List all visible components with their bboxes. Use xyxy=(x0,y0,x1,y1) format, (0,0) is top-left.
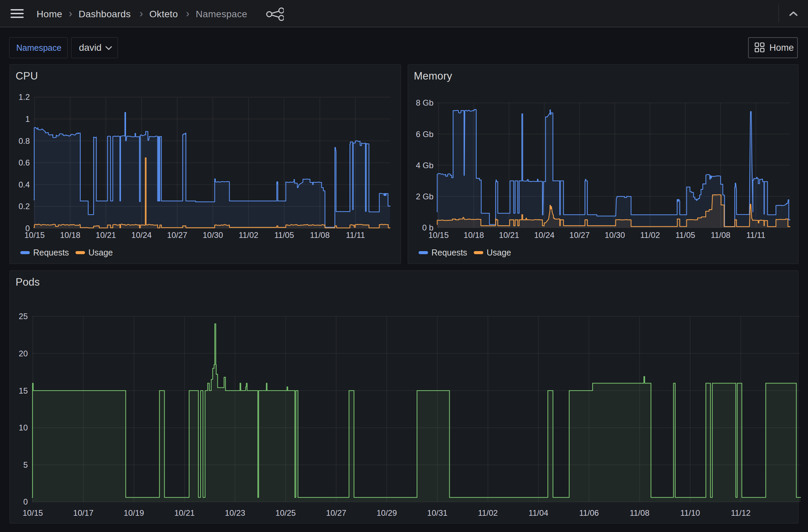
svg-text:11/04: 11/04 xyxy=(529,508,548,517)
svg-text:8 Gb: 8 Gb xyxy=(416,98,434,107)
svg-text:0 b: 0 b xyxy=(422,223,434,232)
svg-text:1: 1 xyxy=(25,114,30,124)
svg-text:10/21: 10/21 xyxy=(96,230,116,240)
svg-text:20: 20 xyxy=(19,349,28,358)
svg-text:10/18: 10/18 xyxy=(60,230,80,240)
svg-text:10/27: 10/27 xyxy=(167,230,187,240)
svg-text:11/10: 11/10 xyxy=(680,508,700,517)
svg-text:10/30: 10/30 xyxy=(202,230,223,240)
svg-text:Requests: Requests xyxy=(431,248,467,257)
svg-text:4 Gb: 4 Gb xyxy=(416,161,434,170)
svg-text:11/02: 11/02 xyxy=(478,508,498,517)
svg-text:Usage: Usage xyxy=(486,248,511,257)
svg-text:15: 15 xyxy=(19,386,28,395)
svg-text:10/23: 10/23 xyxy=(225,508,245,517)
svg-text:Usage: Usage xyxy=(88,248,113,257)
svg-text:10/17: 10/17 xyxy=(73,508,93,517)
svg-text:10/29: 10/29 xyxy=(377,508,397,517)
svg-text:5: 5 xyxy=(23,460,28,469)
svg-text:0.2: 0.2 xyxy=(19,202,30,211)
svg-text:10/27: 10/27 xyxy=(569,230,590,240)
svg-text:11/02: 11/02 xyxy=(640,230,660,240)
svg-text:25: 25 xyxy=(19,312,28,321)
svg-text:10/27: 10/27 xyxy=(326,508,346,517)
svg-text:10/15: 10/15 xyxy=(23,508,43,517)
svg-text:11/05: 11/05 xyxy=(274,230,294,240)
svg-text:1.2: 1.2 xyxy=(19,92,30,101)
svg-text:11/08: 11/08 xyxy=(711,230,731,240)
svg-text:10/24: 10/24 xyxy=(534,230,554,240)
svg-text:11/11: 11/11 xyxy=(346,230,365,240)
svg-text:10/19: 10/19 xyxy=(124,508,144,517)
svg-text:11/08: 11/08 xyxy=(310,230,330,240)
svg-text:Requests: Requests xyxy=(33,248,69,257)
svg-text:10/24: 10/24 xyxy=(131,230,152,240)
svg-text:11/02: 11/02 xyxy=(239,230,258,240)
svg-text:2 Gb: 2 Gb xyxy=(416,192,434,201)
svg-text:10/30: 10/30 xyxy=(605,230,625,240)
svg-text:6 Gb: 6 Gb xyxy=(416,130,434,139)
svg-text:11/06: 11/06 xyxy=(579,508,599,517)
svg-text:10/18: 10/18 xyxy=(464,230,484,240)
svg-text:10/21: 10/21 xyxy=(499,230,519,240)
svg-text:0.6: 0.6 xyxy=(19,158,30,167)
svg-text:10/31: 10/31 xyxy=(427,508,447,517)
svg-text:0.8: 0.8 xyxy=(19,136,30,146)
svg-text:11/05: 11/05 xyxy=(676,230,695,240)
svg-text:10/21: 10/21 xyxy=(175,508,195,517)
svg-text:0: 0 xyxy=(23,497,28,506)
svg-text:11/11: 11/11 xyxy=(746,230,766,240)
svg-text:11/08: 11/08 xyxy=(629,508,649,517)
svg-text:0.4: 0.4 xyxy=(19,180,30,189)
svg-text:11/12: 11/12 xyxy=(731,508,750,517)
svg-text:10: 10 xyxy=(19,423,28,432)
svg-text:10/25: 10/25 xyxy=(275,508,296,517)
svg-text:0: 0 xyxy=(25,224,30,233)
